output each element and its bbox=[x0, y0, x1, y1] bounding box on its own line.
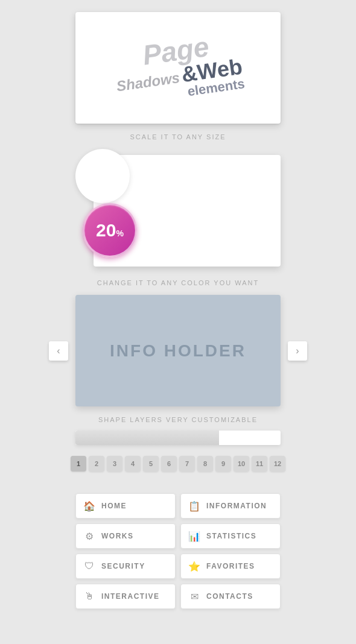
chevron-right-icon: › bbox=[296, 346, 299, 356]
nav-button-works[interactable]: ⚙ WORKS bbox=[75, 523, 176, 549]
progress-bar-container bbox=[75, 431, 281, 445]
hero-card: Page Shadows &Web elements bbox=[75, 12, 281, 124]
nav-label-contacts: CONTACTS bbox=[206, 592, 253, 601]
badge-number: 20 bbox=[96, 220, 116, 241]
hero-title: Page Shadows &Web elements bbox=[115, 37, 242, 99]
nav-button-information[interactable]: 📋 INFORMATION bbox=[180, 493, 281, 519]
carousel-prev-button[interactable]: ‹ bbox=[49, 341, 68, 361]
nav-label-security: SECURITY bbox=[101, 562, 145, 570]
page-button-10[interactable]: 10 bbox=[234, 456, 249, 472]
info-holder-text: INFO HOLDER bbox=[110, 341, 246, 361]
page-button-5[interactable]: 5 bbox=[143, 456, 159, 472]
nav-button-contacts[interactable]: ✉ CONTACTS bbox=[180, 584, 281, 609]
nav-grid: 🏠 HOME 📋 INFORMATION ⚙ WORKS 📊 STATISTIC… bbox=[75, 493, 281, 609]
nav-label-statistics: STATISTICS bbox=[206, 532, 256, 540]
nav-button-favorites[interactable]: ⭐ FAVORITES bbox=[180, 554, 281, 579]
nav-button-interactive[interactable]: 🖱 INTERACTIVE bbox=[75, 584, 176, 609]
statistics-icon: 📊 bbox=[188, 530, 200, 542]
color-section: 20 % bbox=[75, 149, 281, 270]
progress-bar-fill bbox=[75, 431, 219, 445]
page-button-7[interactable]: 7 bbox=[179, 456, 195, 472]
information-icon: 📋 bbox=[188, 500, 200, 512]
works-icon: ⚙ bbox=[83, 530, 95, 542]
page-button-11[interactable]: 11 bbox=[252, 456, 267, 472]
page-button-4[interactable]: 4 bbox=[125, 456, 141, 472]
page-button-12[interactable]: 12 bbox=[270, 456, 285, 472]
page-button-1[interactable]: 1 bbox=[71, 456, 86, 472]
badge-percent: % bbox=[116, 229, 123, 238]
page-button-9[interactable]: 9 bbox=[215, 456, 231, 472]
contacts-icon: ✉ bbox=[188, 590, 200, 602]
security-icon: 🛡 bbox=[83, 560, 95, 572]
nav-button-security[interactable]: 🛡 SECURITY bbox=[75, 554, 176, 579]
nav-button-statistics[interactable]: 📊 STATISTICS bbox=[180, 523, 281, 549]
nav-button-home[interactable]: 🏠 HOME bbox=[75, 493, 176, 519]
shape-label: SHAPE LAYERS VERY CUSTOMIZABLE bbox=[98, 416, 258, 423]
color-label: CHANGE IT TO ANY COLOR YOU WANT bbox=[97, 279, 259, 286]
nav-label-information: INFORMATION bbox=[206, 502, 267, 510]
circle-decoration bbox=[75, 149, 130, 203]
page-button-2[interactable]: 2 bbox=[89, 456, 104, 472]
home-icon: 🏠 bbox=[83, 500, 95, 512]
carousel-card: INFO HOLDER bbox=[75, 295, 281, 406]
nav-label-favorites: FAVORITES bbox=[206, 562, 255, 570]
nav-label-home: HOME bbox=[101, 502, 127, 510]
interactive-icon: 🖱 bbox=[83, 590, 95, 602]
nav-label-interactive: INTERACTIVE bbox=[101, 592, 160, 601]
page-button-6[interactable]: 6 bbox=[161, 456, 177, 472]
carousel-section: ‹ INFO HOLDER › bbox=[0, 295, 356, 406]
carousel-next-button[interactable]: › bbox=[288, 341, 307, 361]
page-button-3[interactable]: 3 bbox=[107, 456, 122, 472]
scale-label: SCALE IT TO ANY SIZE bbox=[130, 133, 226, 140]
favorites-icon: ⭐ bbox=[188, 560, 200, 572]
page-button-8[interactable]: 8 bbox=[197, 456, 213, 472]
chevron-left-icon: ‹ bbox=[57, 346, 60, 356]
percentage-badge: 20 % bbox=[83, 203, 137, 257]
nav-label-works: WORKS bbox=[101, 532, 134, 540]
pagination: 123456789101112 bbox=[71, 456, 285, 472]
